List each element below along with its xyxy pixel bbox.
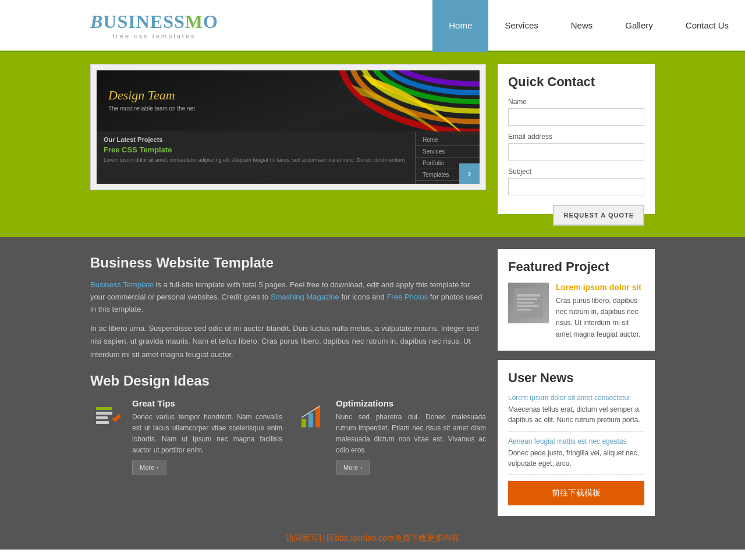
great-tips-title: Great Tips	[132, 398, 282, 408]
slider-design-team: Design Team	[108, 88, 175, 103]
news-divider-2	[508, 475, 644, 475]
great-tips-text: Donec varius tempor hendrerit. Nam conva…	[132, 412, 282, 456]
logo-title: BUSINESSMO	[90, 11, 218, 33]
optimizations-title: Optimizations	[336, 398, 486, 408]
left-column: Design Team The most reliable team on th…	[90, 64, 486, 226]
featured-project-inner: Lorem ipsum dolor sit Cras purus libero,…	[508, 283, 644, 340]
news-text-2: Donec pede justo, fringilla vel, aliquet…	[508, 448, 644, 469]
watermark: 访问面写社区bbs.xjenlao.com免费下载更多内容	[0, 527, 745, 550]
slider-free-css: Free CSS Template	[104, 145, 408, 154]
smashing-magazine-link[interactable]: Smashing Magazine	[271, 293, 339, 301]
great-tips-content: Great Tips Donec varius tempor hendrerit…	[132, 398, 282, 475]
business-template-link[interactable]: Business Template	[90, 280, 154, 289]
name-label: Name	[508, 98, 644, 106]
main-content-title: Business Website Template	[90, 255, 486, 271]
featured-project-name: Lorem ipsum dolor sit	[556, 283, 644, 292]
slider-bottom-panel: Our Latest Projects Free CSS Template Lo…	[97, 131, 480, 184]
slider-latest-projects: Our Latest Projects	[104, 136, 408, 143]
header: BUSINESSMO free css templates Home Servi…	[0, 0, 745, 52]
news-item-2: Aenean feugiat mattis est nec egestas Do…	[508, 437, 644, 469]
email-input[interactable]	[508, 143, 644, 160]
quick-contact-panel: Quick Contact Name Email address Subject…	[498, 64, 655, 214]
featured-project-thumbnail	[508, 283, 549, 323]
news-item-1: Lorem ipsum dolor sit amet consectetur M…	[508, 394, 644, 425]
featured-project-panel: Featured Project Lorem ipsum dolor sit C…	[498, 249, 655, 351]
intro-paragraph: Business Template is a full-site templat…	[90, 279, 486, 315]
slider-nav-services[interactable]: Services	[416, 146, 480, 158]
svg-rect-19	[517, 305, 539, 307]
main-wrapper: Design Team The most reliable team on th…	[0, 52, 745, 237]
slider-lorem: Lorem ipsum dolor sit amet, consectetur …	[104, 156, 408, 164]
news-link-1[interactable]: Lorem ipsum dolor sit amet consectetur	[508, 394, 644, 402]
user-news-title: User News	[508, 370, 644, 386]
features-grid: Great Tips Donec varius tempor hendrerit…	[90, 398, 486, 475]
name-input[interactable]	[508, 108, 644, 126]
featured-project-info: Lorem ipsum dolor sit Cras purus libero,…	[556, 283, 644, 340]
intro-body-text: In ac libero urna. Suspendisse sed odio …	[90, 322, 486, 361]
slider-image: Design Team The most reliable team on th…	[97, 70, 480, 184]
nav-news[interactable]: News	[555, 0, 609, 52]
subject-label: Subject	[508, 167, 644, 176]
svg-rect-17	[517, 298, 537, 300]
request-quote-button[interactable]: REQUEST A QUOTE	[553, 205, 644, 226]
logo-subtitle: free css templates	[90, 33, 218, 40]
slider-panel-left: Our Latest Projects Free CSS Template Lo…	[97, 131, 416, 184]
email-label: Email address	[508, 133, 644, 141]
svg-rect-11	[301, 419, 306, 427]
nav-gallery[interactable]: Gallery	[609, 0, 669, 52]
lower-left: Business Website Template Business Templ…	[90, 237, 486, 527]
news-link-2[interactable]: Aenean feugiat mattis est nec egestas	[508, 437, 644, 445]
svg-rect-13	[315, 407, 320, 427]
nav-home[interactable]: Home	[432, 0, 488, 52]
free-photos-link[interactable]: Free Photos	[386, 293, 428, 301]
web-design-title: Web Design Ideas	[90, 373, 486, 389]
user-news-panel: User News Lorem ipsum dolor sit amet con…	[498, 360, 655, 516]
svg-marker-9	[112, 414, 121, 422]
slider-tagline: The most reliable team on the net	[108, 105, 195, 112]
news-divider-1	[508, 431, 644, 431]
subject-input[interactable]	[508, 178, 644, 195]
content-area: Design Team The most reliable team on th…	[90, 64, 655, 226]
feature-great-tips: Great Tips Donec varius tempor hendrerit…	[90, 398, 282, 475]
svg-rect-20	[517, 309, 531, 311]
svg-rect-10	[96, 421, 109, 424]
svg-rect-7	[96, 412, 112, 415]
featured-project-title: Featured Project	[508, 259, 644, 274]
optimizations-more-button[interactable]: More ›	[336, 461, 370, 475]
nav-contact[interactable]: Contact Us	[669, 0, 745, 52]
main-nav: Home Services News Gallery Contact Us	[432, 0, 745, 52]
great-tips-more-button[interactable]: More ›	[132, 461, 166, 475]
feature-optimizations: Optimizations Nunc sed pharetra dui. Don…	[294, 398, 486, 475]
svg-rect-18	[517, 302, 534, 304]
svg-rect-8	[96, 416, 108, 419]
intro-text-2: for icons and	[339, 293, 387, 301]
optimizations-content: Optimizations Nunc sed pharetra dui. Don…	[336, 398, 486, 475]
download-button[interactable]: 前往下载模板	[508, 481, 644, 505]
news-text-1: Maecenas tellus erat, dictum vel semper …	[508, 404, 644, 425]
slider-nav-home[interactable]: Home	[416, 134, 480, 146]
svg-rect-6	[96, 407, 112, 410]
optimizations-icon	[294, 398, 329, 433]
nav-services[interactable]: Services	[488, 0, 555, 52]
slider-next-button[interactable]: ›	[459, 163, 480, 184]
svg-rect-16	[517, 294, 540, 297]
svg-rect-12	[308, 413, 313, 427]
optimizations-text: Nunc sed pharetra dui. Donec malesuada r…	[336, 412, 486, 456]
right-column: Quick Contact Name Email address Subject…	[498, 64, 655, 226]
lower-right: Featured Project Lorem ipsum dolor sit C…	[498, 237, 655, 527]
featured-project-description: Cras purus libero, dapibus nec rutrum in…	[556, 295, 644, 340]
great-tips-icon	[90, 398, 125, 433]
lower-wrapper: Business Website Template Business Templ…	[0, 237, 745, 527]
logo: BUSINESSMO free css templates	[90, 11, 218, 40]
slider-box: Design Team The most reliable team on th…	[90, 64, 486, 190]
quick-contact-title: Quick Contact	[508, 74, 644, 90]
